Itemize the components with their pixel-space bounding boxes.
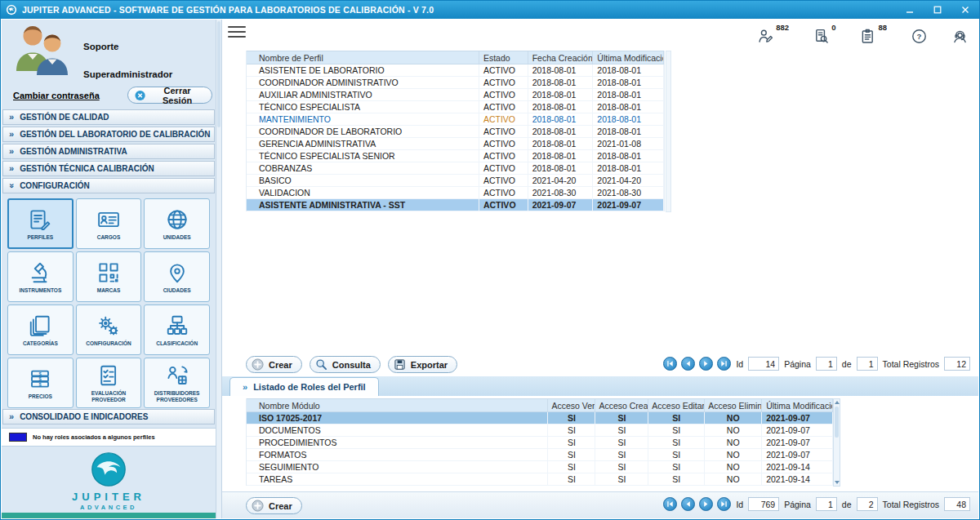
id-input[interactable] — [748, 357, 779, 371]
cell-acceso-eliminar: NO — [705, 449, 762, 460]
tile-perfiles[interactable]: PERFILES — [7, 198, 74, 249]
table-row[interactable]: BASICO ACTIVO 2021-04-20 2021-04-20 — [247, 175, 664, 187]
qr-code-icon — [96, 260, 121, 285]
previous-page-button[interactable] — [681, 357, 695, 371]
table-row[interactable]: TAREAS SI SI SI NO 2021-09-14 — [247, 473, 833, 486]
support-toolbar-button[interactable] — [951, 22, 969, 45]
page-input[interactable] — [816, 497, 837, 511]
cell-acceso-ver: SI — [548, 424, 595, 436]
clipboard-toolbar-button[interactable]: 88 — [859, 22, 887, 45]
table-row[interactable]: SEGUIMIENTO SI SI SI NO 2021-09-14 — [247, 461, 833, 473]
jupiter-logo-icon — [90, 451, 127, 488]
table-row[interactable]: COORDINADOR ADMINISTRATIVO ACTIVO 2018-0… — [247, 77, 664, 89]
id-card-icon — [96, 207, 121, 232]
table-row[interactable]: DOCUMENTOS SI SI SI NO 2021-09-07 — [247, 424, 833, 437]
minimize-button[interactable] — [896, 1, 924, 19]
sidebar-item-configuracion[interactable]: » CONFIGURACIÓN — [2, 178, 215, 193]
close-button[interactable] — [951, 1, 979, 19]
first-page-button[interactable] — [663, 497, 677, 511]
total-records-input[interactable] — [944, 357, 970, 371]
tile-evaluacion-proveedor[interactable]: EVALUACIÓN PROVEEDOR — [76, 358, 142, 408]
cell-nombre-perfil: COORDINADOR DE LABORATORIO — [247, 126, 479, 137]
sidebar-item-consolidado[interactable]: » CONSOLIDADO E INDICADORES — [2, 409, 215, 424]
scroll-up-arrow[interactable] — [834, 399, 840, 406]
last-page-button[interactable] — [717, 497, 731, 511]
cell-acceso-ver: SI — [548, 412, 595, 424]
legend-color-swatch — [9, 433, 27, 442]
scrollbar-thumb[interactable] — [217, 21, 220, 127]
roles-table-scrollbar[interactable] — [833, 398, 840, 487]
cell-nombre-perfil: ASISTENTE DE LABORATORIO — [247, 64, 479, 76]
tile-instrumentos[interactable]: INSTRUMENTOS — [7, 251, 74, 302]
tile-clasificacion[interactable]: CLASIFICACIÓN — [144, 304, 210, 355]
profiles-table-scrollbar[interactable] — [666, 51, 671, 212]
tile-distribuidores-proveedores[interactable]: DISTRIBUIDORES PROVEEDORES — [144, 358, 210, 408]
document-search-toolbar-button[interactable]: 0 — [813, 22, 835, 45]
tile-label: EVALUACIÓN PROVEEDOR — [78, 390, 140, 403]
table-row[interactable]: VALIDACION ACTIVO 2021-08-30 2021-08-30 — [247, 187, 664, 199]
page-count-input[interactable] — [857, 357, 878, 371]
sidebar-item-gestion-administrativa[interactable]: » GESTIÓN ADMINISTRATIVA — [2, 144, 215, 159]
tile-precios[interactable]: $ $ $ PRECIOS — [7, 358, 74, 408]
total-records-input[interactable] — [944, 497, 970, 511]
sidebar-item-gestion-tecnica[interactable]: » GESTIÓN TÉCNICA CALIBRACIÓN — [2, 161, 215, 176]
table-row[interactable]: MANTENIMIENTO ACTIVO 2018-08-01 2018-08-… — [247, 113, 664, 126]
last-page-button[interactable] — [717, 357, 731, 371]
tile-categorias[interactable]: CATEGORÍAS — [7, 304, 74, 355]
tab-listado-roles[interactable]: » Listado de Roles del Perfil — [229, 377, 379, 396]
tile-ciudades[interactable]: CIUDADES — [144, 251, 210, 302]
next-page-button[interactable] — [699, 357, 713, 371]
previous-page-button[interactable] — [681, 497, 695, 511]
tile-label: CIUDADES — [163, 287, 191, 294]
sidebar-menu-bottom: » CONSOLIDADO E INDICADORES — [2, 409, 215, 426]
id-input[interactable] — [748, 497, 779, 511]
table-row[interactable]: GERENCIA ADMINISTRATIVA ACTIVO 2018-08-0… — [247, 138, 664, 150]
next-page-button[interactable] — [699, 497, 713, 511]
menu-label: GESTIÓN ADMINISTRATIVA — [20, 147, 127, 156]
window-title: JUPITER ADVANCED - SOFTWARE DE GESTIÓN P… — [22, 5, 896, 15]
cell-estado: ACTIVO — [479, 162, 528, 174]
tile-marcas[interactable]: MARCAS — [76, 251, 142, 302]
export-button[interactable]: Exportar — [388, 356, 457, 373]
table-row[interactable]: ASISTENTE DE LABORATORIO ACTIVO 2018-08-… — [247, 64, 664, 77]
table-row[interactable]: TÉCNICO ESPECIALISTA ACTIVO 2018-08-01 2… — [247, 101, 664, 113]
create-role-button[interactable]: Crear — [246, 497, 302, 514]
table-row[interactable]: COORDINADOR DE LABORATORIO ACTIVO 2018-0… — [247, 126, 664, 138]
tile-configuracion[interactable]: CONFIGURACIÓN — [76, 304, 142, 355]
table-row[interactable]: PROCEDIMIENTOS SI SI SI NO 2021-09-07 — [247, 437, 833, 449]
scroll-down-arrow[interactable] — [834, 479, 840, 486]
query-button[interactable]: Consulta — [310, 356, 381, 373]
title-bar: JUPITER ADVANCED - SOFTWARE DE GESTIÓN P… — [1, 1, 979, 19]
maximize-button[interactable] — [924, 1, 951, 19]
change-password-link[interactable]: Cambiar contraseña — [13, 91, 100, 100]
tile-cargos[interactable]: CARGOS — [76, 198, 142, 249]
table-row[interactable]: COBRANZAS ACTIVO 2018-08-01 2018-08-01 — [247, 162, 664, 175]
hamburger-menu-icon[interactable] — [228, 25, 246, 38]
create-button[interactable]: Crear — [246, 356, 302, 373]
sidebar: Soporte Superadministrador Cambiar contr… — [2, 20, 216, 518]
page-count-input[interactable] — [857, 497, 878, 511]
sidebar-item-gestion-laboratorio[interactable]: » GESTIÓN DEL LABORATORIO DE CALIBRACIÓN — [2, 127, 215, 142]
first-page-button[interactable] — [663, 357, 677, 371]
table-row[interactable]: ISO 17025-2017 SI SI SI NO 2021-09-07 — [247, 412, 833, 424]
page-input[interactable] — [816, 357, 837, 371]
cell-ultima-modificacion: 2021-09-07 — [593, 199, 664, 211]
menu-label: CONSOLIDADO E INDICADORES — [20, 412, 148, 421]
table-row[interactable]: ASISTENTE ADMINISTRATIVA - SST ACTIVO 20… — [247, 199, 664, 211]
user-edit-toolbar-button[interactable]: 882 — [757, 22, 789, 45]
cell-nombre-modulo: DOCUMENTOS — [247, 424, 548, 436]
pane-scrollbar[interactable] — [216, 20, 222, 518]
tile-unidades[interactable]: UNIDADES — [144, 198, 210, 249]
chevron-right-icon: » — [9, 164, 14, 173]
cell-nombre-perfil: TÉCNICO ESPECIALISTA SENIOR — [247, 150, 479, 162]
cell-acceso-eliminar: NO — [705, 473, 762, 485]
logout-button[interactable]: Cerrar Sesión — [127, 87, 212, 104]
table-row[interactable]: AUXILIAR ADMINISTRATIVO ACTIVO 2018-08-0… — [247, 89, 664, 101]
table-row[interactable]: TÉCNICO ESPECIALISTA SENIOR ACTIVO 2018-… — [247, 150, 664, 162]
support-agent-icon — [951, 28, 969, 45]
help-toolbar-button[interactable]: ? — [911, 22, 928, 45]
scrollbar-thumb[interactable] — [835, 407, 839, 438]
table-row[interactable]: FORMATOS SI SI SI NO 2021-09-07 — [247, 449, 833, 461]
sidebar-item-gestion-calidad[interactable]: » GESTIÓN DE CALIDAD — [2, 109, 215, 125]
document-search-icon — [813, 28, 830, 45]
